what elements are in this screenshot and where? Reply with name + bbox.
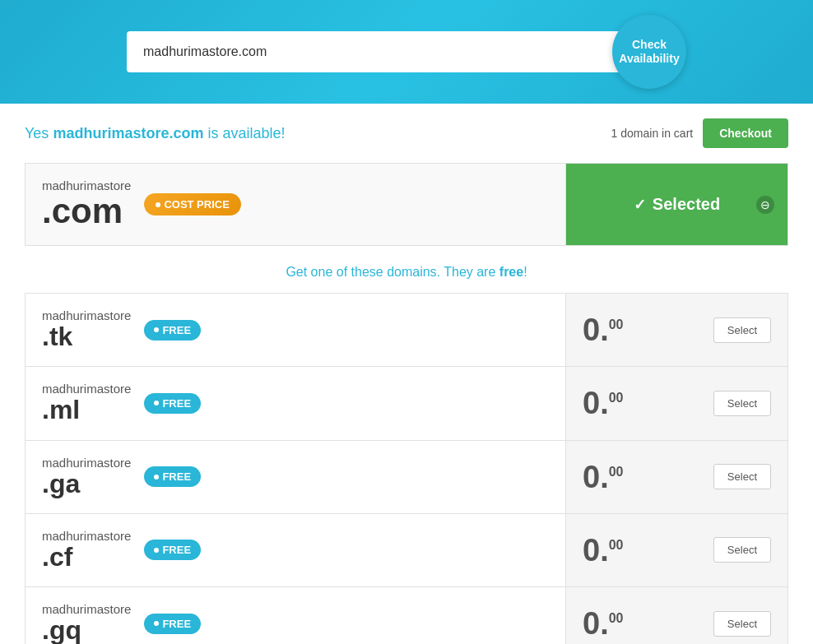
domain-left-featured: madhurimastore .com COST PRICE [26, 164, 565, 245]
domain-row-cf: madhurimastore .cf FREE 0. 00 Select [25, 513, 788, 587]
domain-name-block-gq: madhurimastore .gq [42, 602, 131, 644]
domain-base-4: madhurimastore [42, 602, 131, 616]
checkout-button[interactable]: Checkout [703, 118, 788, 148]
free-badge-dot-2 [154, 475, 159, 480]
availability-bar: Yes madhurimastore.com is available! 1 d… [0, 104, 813, 163]
domain-name-block-cf: madhurimastore .cf [42, 529, 131, 572]
check-availability-button[interactable]: Check Availability [612, 15, 686, 89]
free-badge-dot-1 [154, 401, 159, 405]
free-badge-dot-0 [154, 327, 159, 332]
domain-ext-2: .ga [42, 470, 131, 498]
select-button-1[interactable]: Select [713, 391, 771, 416]
price-main-3: 0. [583, 535, 609, 566]
domain-left-cf: madhurimastore .cf FREE [26, 514, 565, 586]
domain-base-1: madhurimastore [42, 382, 131, 396]
domain-ext-3: .cf [42, 543, 131, 572]
price-cents-0: 00 [609, 317, 624, 332]
free-badge-3: FREE [144, 540, 201, 560]
price-main-0: 0. [583, 314, 609, 345]
cost-price-badge: COST PRICE [144, 193, 240, 215]
cart-count: 1 domain in cart [611, 127, 694, 140]
select-button-0[interactable]: Select [713, 317, 771, 343]
domain-ext-0: .tk [42, 322, 131, 351]
free-badge-2: FREE [144, 466, 201, 487]
domain-base-3: madhurimastore [42, 529, 131, 543]
price-block-3: 0. 00 [583, 535, 624, 566]
price-block-2: 0. 00 [583, 461, 624, 493]
domain-right-0: 0. 00 Select [565, 294, 787, 366]
domain-left-ml: madhurimastore .ml FREE [26, 367, 565, 439]
free-badge-1: FREE [144, 393, 201, 414]
search-input[interactable] [127, 31, 620, 72]
domain-left-gq: madhurimastore .gq FREE [26, 587, 565, 644]
domain-base-0: madhurimastore [42, 308, 131, 322]
price-cents-1: 00 [609, 391, 624, 405]
price-block-4: 0. 00 [583, 608, 624, 639]
free-badge-dot-3 [154, 548, 159, 553]
available-domain: madhurimastore.com [53, 125, 203, 141]
domain-ext-4: .gq [42, 616, 131, 644]
domain-row-ga: madhurimastore .ga FREE 0. 00 Select [25, 440, 788, 514]
domain-right-2: 0. 00 Select [565, 441, 787, 513]
price-cents-4: 00 [609, 611, 624, 626]
availability-text: Yes madhurimastore.com is available! [25, 125, 286, 142]
domain-name-block-tk: madhurimastore .tk [42, 308, 131, 351]
domain-right-3: 0. 00 Select [565, 514, 787, 586]
domain-right-4: 0. 00 Select [565, 587, 787, 644]
free-domains-container: madhurimastore .tk FREE 0. 00 Select mad… [25, 293, 788, 644]
check-btn-label: Check Availability [619, 38, 679, 66]
domain-row-gq: madhurimastore .gq FREE 0. 00 Select [25, 586, 788, 644]
free-badge-dot-4 [154, 621, 159, 626]
domain-ext-com: .com [42, 192, 131, 230]
domain-name-block-ml: madhurimastore .ml [42, 382, 131, 424]
domain-left-tk: madhurimastore .tk FREE [26, 294, 565, 366]
price-main-4: 0. [583, 608, 609, 639]
domain-name-block-com: madhurimastore .com [42, 178, 131, 230]
search-container: Check Availability [127, 15, 686, 89]
select-button-2[interactable]: Select [713, 464, 771, 489]
domain-right-com: ✓ Selected ⊖ [565, 164, 787, 245]
cart-area: 1 domain in cart Checkout [611, 118, 788, 148]
domain-base-com: madhurimastore [42, 178, 131, 192]
select-button-4[interactable]: Select [713, 611, 771, 637]
free-badge-0: FREE [144, 320, 201, 341]
free-domains-header: Get one of these domains. They are free! [25, 245, 788, 293]
price-main-2: 0. [583, 461, 609, 493]
domain-right-1: 0. 00 Select [565, 367, 787, 439]
domain-name-block-ga: madhurimastore .ga [42, 456, 131, 498]
header: Check Availability [0, 0, 813, 104]
price-cents-2: 00 [609, 465, 624, 480]
domain-list: madhurimastore .com COST PRICE ✓ Selecte… [25, 163, 788, 644]
domain-row-featured: madhurimastore .com COST PRICE ✓ Selecte… [25, 163, 788, 246]
free-badge-4: FREE [144, 614, 201, 634]
domain-row-ml: madhurimastore .ml FREE 0. 00 Select [25, 366, 788, 440]
domain-ext-1: .ml [42, 396, 131, 424]
price-cents-3: 00 [609, 538, 624, 553]
domain-base-2: madhurimastore [42, 456, 131, 470]
price-block-0: 0. 00 [583, 314, 624, 345]
selected-label: ✓ Selected [634, 195, 720, 214]
badge-dot [156, 202, 160, 207]
select-button-3[interactable]: Select [713, 537, 771, 563]
price-main-1: 0. [583, 387, 609, 419]
price-block-1: 0. 00 [583, 387, 624, 419]
domain-left-ga: madhurimastore .ga FREE [26, 441, 565, 513]
remove-button[interactable]: ⊖ [756, 196, 774, 214]
check-mark-icon: ✓ [634, 196, 646, 214]
domain-row-tk: madhurimastore .tk FREE 0. 00 Select [25, 293, 788, 367]
